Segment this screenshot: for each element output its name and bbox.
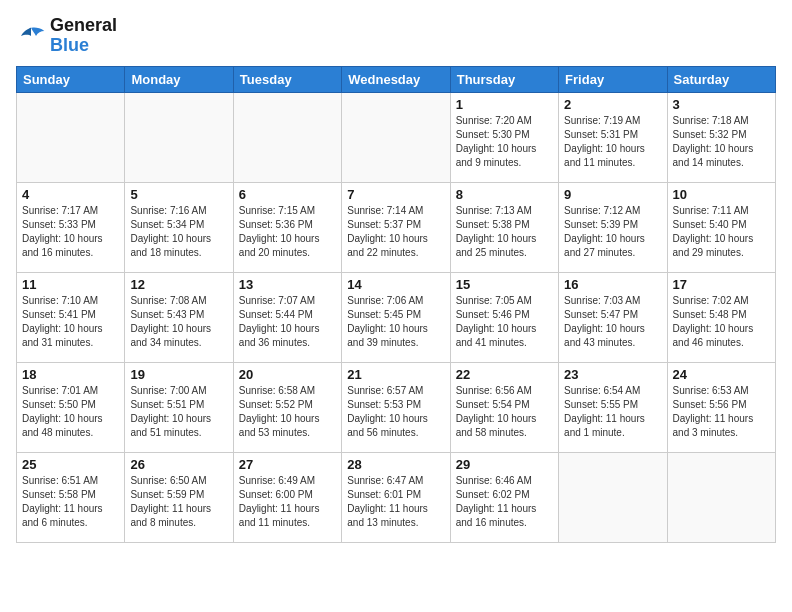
- day-number: 23: [564, 367, 661, 382]
- calendar-cell: 17Sunrise: 7:02 AMSunset: 5:48 PMDayligh…: [667, 272, 775, 362]
- day-number: 16: [564, 277, 661, 292]
- calendar-table: SundayMondayTuesdayWednesdayThursdayFrid…: [16, 66, 776, 543]
- calendar-cell: 10Sunrise: 7:11 AMSunset: 5:40 PMDayligh…: [667, 182, 775, 272]
- day-info: Sunrise: 7:07 AMSunset: 5:44 PMDaylight:…: [239, 294, 336, 350]
- day-number: 25: [22, 457, 119, 472]
- calendar-cell: 24Sunrise: 6:53 AMSunset: 5:56 PMDayligh…: [667, 362, 775, 452]
- calendar-cell: [17, 92, 125, 182]
- day-number: 28: [347, 457, 444, 472]
- day-number: 3: [673, 97, 770, 112]
- weekday-header-thursday: Thursday: [450, 66, 558, 92]
- calendar-cell: [125, 92, 233, 182]
- day-info: Sunrise: 7:17 AMSunset: 5:33 PMDaylight:…: [22, 204, 119, 260]
- day-number: 21: [347, 367, 444, 382]
- calendar-cell: 13Sunrise: 7:07 AMSunset: 5:44 PMDayligh…: [233, 272, 341, 362]
- day-number: 10: [673, 187, 770, 202]
- day-info: Sunrise: 7:19 AMSunset: 5:31 PMDaylight:…: [564, 114, 661, 170]
- day-info: Sunrise: 7:08 AMSunset: 5:43 PMDaylight:…: [130, 294, 227, 350]
- calendar-cell: 26Sunrise: 6:50 AMSunset: 5:59 PMDayligh…: [125, 452, 233, 542]
- day-number: 7: [347, 187, 444, 202]
- week-row-2: 4Sunrise: 7:17 AMSunset: 5:33 PMDaylight…: [17, 182, 776, 272]
- calendar-cell: 4Sunrise: 7:17 AMSunset: 5:33 PMDaylight…: [17, 182, 125, 272]
- day-info: Sunrise: 6:58 AMSunset: 5:52 PMDaylight:…: [239, 384, 336, 440]
- day-info: Sunrise: 7:06 AMSunset: 5:45 PMDaylight:…: [347, 294, 444, 350]
- day-info: Sunrise: 6:57 AMSunset: 5:53 PMDaylight:…: [347, 384, 444, 440]
- calendar-cell: 14Sunrise: 7:06 AMSunset: 5:45 PMDayligh…: [342, 272, 450, 362]
- calendar-cell: 16Sunrise: 7:03 AMSunset: 5:47 PMDayligh…: [559, 272, 667, 362]
- logo-text: GeneralBlue: [50, 16, 117, 56]
- calendar-cell: 19Sunrise: 7:00 AMSunset: 5:51 PMDayligh…: [125, 362, 233, 452]
- day-info: Sunrise: 6:49 AMSunset: 6:00 PMDaylight:…: [239, 474, 336, 530]
- calendar-cell: 28Sunrise: 6:47 AMSunset: 6:01 PMDayligh…: [342, 452, 450, 542]
- calendar-cell: 3Sunrise: 7:18 AMSunset: 5:32 PMDaylight…: [667, 92, 775, 182]
- day-info: Sunrise: 7:14 AMSunset: 5:37 PMDaylight:…: [347, 204, 444, 260]
- day-info: Sunrise: 7:00 AMSunset: 5:51 PMDaylight:…: [130, 384, 227, 440]
- calendar-cell: 1Sunrise: 7:20 AMSunset: 5:30 PMDaylight…: [450, 92, 558, 182]
- calendar-cell: 2Sunrise: 7:19 AMSunset: 5:31 PMDaylight…: [559, 92, 667, 182]
- day-info: Sunrise: 7:03 AMSunset: 5:47 PMDaylight:…: [564, 294, 661, 350]
- day-info: Sunrise: 7:10 AMSunset: 5:41 PMDaylight:…: [22, 294, 119, 350]
- day-info: Sunrise: 6:50 AMSunset: 5:59 PMDaylight:…: [130, 474, 227, 530]
- weekday-header-saturday: Saturday: [667, 66, 775, 92]
- day-info: Sunrise: 7:13 AMSunset: 5:38 PMDaylight:…: [456, 204, 553, 260]
- calendar-cell: [667, 452, 775, 542]
- day-info: Sunrise: 6:46 AMSunset: 6:02 PMDaylight:…: [456, 474, 553, 530]
- calendar-cell: 11Sunrise: 7:10 AMSunset: 5:41 PMDayligh…: [17, 272, 125, 362]
- day-info: Sunrise: 6:56 AMSunset: 5:54 PMDaylight:…: [456, 384, 553, 440]
- day-number: 27: [239, 457, 336, 472]
- calendar-cell: 29Sunrise: 6:46 AMSunset: 6:02 PMDayligh…: [450, 452, 558, 542]
- calendar-cell: 27Sunrise: 6:49 AMSunset: 6:00 PMDayligh…: [233, 452, 341, 542]
- day-number: 26: [130, 457, 227, 472]
- weekday-header-sunday: Sunday: [17, 66, 125, 92]
- day-info: Sunrise: 6:53 AMSunset: 5:56 PMDaylight:…: [673, 384, 770, 440]
- calendar-cell: 9Sunrise: 7:12 AMSunset: 5:39 PMDaylight…: [559, 182, 667, 272]
- calendar-cell: 8Sunrise: 7:13 AMSunset: 5:38 PMDaylight…: [450, 182, 558, 272]
- day-info: Sunrise: 7:01 AMSunset: 5:50 PMDaylight:…: [22, 384, 119, 440]
- calendar-cell: [233, 92, 341, 182]
- calendar-cell: 25Sunrise: 6:51 AMSunset: 5:58 PMDayligh…: [17, 452, 125, 542]
- day-number: 9: [564, 187, 661, 202]
- day-number: 20: [239, 367, 336, 382]
- day-number: 4: [22, 187, 119, 202]
- day-number: 12: [130, 277, 227, 292]
- day-number: 18: [22, 367, 119, 382]
- day-info: Sunrise: 7:18 AMSunset: 5:32 PMDaylight:…: [673, 114, 770, 170]
- day-number: 17: [673, 277, 770, 292]
- day-info: Sunrise: 6:51 AMSunset: 5:58 PMDaylight:…: [22, 474, 119, 530]
- week-row-3: 11Sunrise: 7:10 AMSunset: 5:41 PMDayligh…: [17, 272, 776, 362]
- calendar-cell: 20Sunrise: 6:58 AMSunset: 5:52 PMDayligh…: [233, 362, 341, 452]
- day-number: 14: [347, 277, 444, 292]
- calendar-cell: [342, 92, 450, 182]
- day-info: Sunrise: 7:15 AMSunset: 5:36 PMDaylight:…: [239, 204, 336, 260]
- page-header: GeneralBlue: [16, 16, 776, 56]
- day-number: 15: [456, 277, 553, 292]
- calendar-cell: 5Sunrise: 7:16 AMSunset: 5:34 PMDaylight…: [125, 182, 233, 272]
- day-number: 11: [22, 277, 119, 292]
- week-row-5: 25Sunrise: 6:51 AMSunset: 5:58 PMDayligh…: [17, 452, 776, 542]
- calendar-cell: 15Sunrise: 7:05 AMSunset: 5:46 PMDayligh…: [450, 272, 558, 362]
- weekday-header-wednesday: Wednesday: [342, 66, 450, 92]
- calendar-cell: 23Sunrise: 6:54 AMSunset: 5:55 PMDayligh…: [559, 362, 667, 452]
- day-number: 29: [456, 457, 553, 472]
- logo-bird-icon: [16, 24, 46, 48]
- week-row-1: 1Sunrise: 7:20 AMSunset: 5:30 PMDaylight…: [17, 92, 776, 182]
- day-info: Sunrise: 7:02 AMSunset: 5:48 PMDaylight:…: [673, 294, 770, 350]
- calendar-cell: 6Sunrise: 7:15 AMSunset: 5:36 PMDaylight…: [233, 182, 341, 272]
- day-info: Sunrise: 6:47 AMSunset: 6:01 PMDaylight:…: [347, 474, 444, 530]
- weekday-header-monday: Monday: [125, 66, 233, 92]
- logo: GeneralBlue: [16, 16, 117, 56]
- day-info: Sunrise: 7:05 AMSunset: 5:46 PMDaylight:…: [456, 294, 553, 350]
- day-number: 24: [673, 367, 770, 382]
- day-number: 1: [456, 97, 553, 112]
- weekday-header-row: SundayMondayTuesdayWednesdayThursdayFrid…: [17, 66, 776, 92]
- day-number: 22: [456, 367, 553, 382]
- calendar-cell: 18Sunrise: 7:01 AMSunset: 5:50 PMDayligh…: [17, 362, 125, 452]
- day-info: Sunrise: 7:16 AMSunset: 5:34 PMDaylight:…: [130, 204, 227, 260]
- day-number: 2: [564, 97, 661, 112]
- weekday-header-friday: Friday: [559, 66, 667, 92]
- day-number: 19: [130, 367, 227, 382]
- day-info: Sunrise: 6:54 AMSunset: 5:55 PMDaylight:…: [564, 384, 661, 440]
- day-info: Sunrise: 7:11 AMSunset: 5:40 PMDaylight:…: [673, 204, 770, 260]
- calendar-cell: 12Sunrise: 7:08 AMSunset: 5:43 PMDayligh…: [125, 272, 233, 362]
- day-number: 13: [239, 277, 336, 292]
